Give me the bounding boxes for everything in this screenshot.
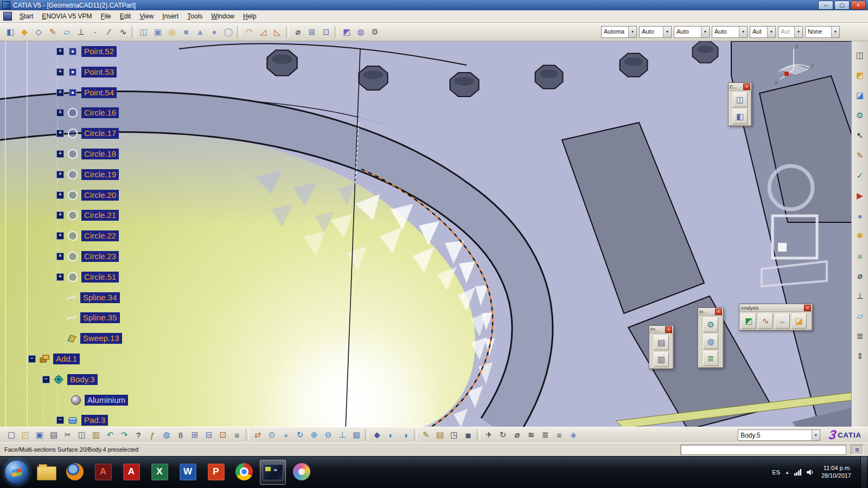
expand-plus-icon[interactable]: + xyxy=(56,211,64,219)
turn-head-icon[interactable]: ↻ xyxy=(496,428,510,442)
collapse-minus-icon[interactable]: − xyxy=(56,416,64,424)
normal-view-icon[interactable]: ⊥ xyxy=(335,428,349,442)
tree-item-label[interactable]: Pad.3 xyxy=(81,415,108,426)
axis-display-combo[interactable]: None▾ xyxy=(805,26,840,38)
open-icon[interactable]: ◰ xyxy=(18,428,33,442)
3d-viewport[interactable]: z y x xyxy=(0,41,852,427)
green-pattern-icon[interactable]: ≡ xyxy=(853,249,866,262)
gear-icon[interactable]: ⚙ xyxy=(853,109,866,122)
cylinder-icon[interactable]: ◎ xyxy=(165,25,179,39)
insert-tree-icon[interactable]: ≣ xyxy=(703,351,718,366)
undo-icon[interactable]: ↶ xyxy=(103,428,117,442)
fly-icon[interactable]: ✈ xyxy=(482,428,496,442)
collapse-minus-icon[interactable]: − xyxy=(42,376,50,383)
tree-item-circle-23[interactable]: +Circle.23 xyxy=(56,249,119,264)
new-document-icon[interactable]: ▢ xyxy=(4,428,18,442)
snap-icon[interactable]: ⊡ xyxy=(319,25,333,39)
chevron-down-icon[interactable]: ▾ xyxy=(794,27,802,37)
chevron-down-icon[interactable]: ▾ xyxy=(812,430,820,440)
expand-plus-icon[interactable]: + xyxy=(56,253,64,260)
tree-item-label[interactable]: Add.1 xyxy=(53,354,80,364)
close-icon[interactable]: × xyxy=(804,305,811,311)
print-3d-icon[interactable]: ◳ xyxy=(447,428,461,442)
tree-item-label[interactable]: Spline.35 xyxy=(80,312,120,323)
palette-pr[interactable]: Pr...× ▤▥ xyxy=(649,325,674,369)
palette-c-icon-1[interactable]: ◫ xyxy=(732,92,748,107)
show-desktop-button[interactable] xyxy=(860,457,867,488)
chevron-down-icon[interactable]: ▾ xyxy=(701,27,709,37)
sketcher-icon[interactable]: ✎ xyxy=(46,25,60,39)
redo-icon[interactable]: ↷ xyxy=(117,428,131,442)
menu-tools[interactable]: Tools xyxy=(183,11,207,21)
tree-item-label[interactable]: Circle.19 xyxy=(81,169,119,180)
menu-view[interactable]: View xyxy=(135,11,158,21)
tree-item-label[interactable]: Circle.20 xyxy=(81,190,119,201)
fillet-icon[interactable]: ◠ xyxy=(242,25,256,39)
axis-system-icon[interactable]: ⊥ xyxy=(74,25,88,39)
palette-pr-icon-2[interactable]: ▥ xyxy=(654,352,669,367)
tile-windows-icon[interactable]: ◫ xyxy=(853,49,866,62)
open-catalog-icon[interactable]: ◧ xyxy=(3,25,17,39)
cut-icon[interactable]: ✂ xyxy=(61,428,75,442)
copy-icon[interactable]: ◫ xyxy=(75,428,89,442)
gold-surface-icon[interactable]: ◩ xyxy=(853,69,866,82)
tree-item-circle-20[interactable]: +Circle.20 xyxy=(56,188,119,202)
tree-item-label[interactable]: Circle.17 xyxy=(81,128,119,139)
palette-analysis[interactable]: Analysis× ◩∿⇔◪ xyxy=(739,304,813,331)
expand-plus-icon[interactable]: + xyxy=(56,89,64,97)
close-icon[interactable]: × xyxy=(665,326,672,333)
tree-item-aluminium[interactable]: Aluminium xyxy=(71,393,128,407)
tree-item-pad-3[interactable]: −Pad.3 xyxy=(56,413,108,427)
zoom-out-icon[interactable]: ⊖ xyxy=(321,428,335,442)
tree-item-label[interactable]: Point.54 xyxy=(81,87,117,98)
chamfer-icon[interactable]: ◿ xyxy=(256,25,270,39)
list-icon[interactable]: ≣ xyxy=(853,330,866,343)
shaded-cube-icon[interactable]: ◆ xyxy=(17,25,31,39)
gold-gear-icon[interactable]: ✱ xyxy=(853,229,866,242)
shaft-icon[interactable]: ◯ xyxy=(221,25,235,39)
power-input[interactable] xyxy=(680,445,846,455)
fx-icon[interactable]: ƒ xyxy=(145,428,159,442)
line-icon[interactable]: ∕ xyxy=(102,25,116,39)
tree-item-point-52[interactable]: +Point.52 xyxy=(56,44,117,59)
power-input-toggle[interactable]: ≣ xyxy=(851,445,864,455)
menu-edit[interactable]: Edit xyxy=(116,11,136,21)
expand-plus-icon[interactable]: + xyxy=(56,150,64,158)
update-mode-combo[interactable]: Automa▾ xyxy=(601,26,637,38)
fit-all-icon[interactable]: ⊙ xyxy=(265,428,279,442)
grid-icon[interactable]: ⊞ xyxy=(305,25,319,39)
taskbar-excel[interactable]: X xyxy=(147,460,172,484)
tree-item-label[interactable]: Aluminium xyxy=(85,395,128,406)
tree-item-label[interactable]: Circle.23 xyxy=(81,251,119,262)
pan-icon[interactable]: + xyxy=(279,428,293,442)
hide-show-icon[interactable]: ◐ xyxy=(384,428,398,442)
palette-pr-icon-1[interactable]: ▤ xyxy=(654,335,669,350)
chevron-down-icon[interactable]: ▾ xyxy=(767,27,775,37)
layers-icon[interactable]: ≡ xyxy=(552,428,566,442)
swap-space-icon[interactable]: ◑ xyxy=(398,428,412,442)
tree-item-label[interactable]: Point.53 xyxy=(81,67,117,78)
language-indicator[interactable]: ES xyxy=(772,469,780,476)
expand-plus-icon[interactable]: + xyxy=(56,191,64,199)
taskbar-media-red[interactable]: P xyxy=(203,460,228,484)
save-icon[interactable]: ▣ xyxy=(33,428,47,442)
hidden-icons-chevron[interactable]: ▲ xyxy=(785,470,789,475)
wireframe-cube-icon[interactable]: ◇ xyxy=(31,25,46,39)
pocket-icon[interactable]: ▲ xyxy=(193,25,207,39)
start-button[interactable] xyxy=(4,460,29,485)
expand-plus-icon[interactable]: + xyxy=(56,68,64,76)
tree-item-circle-51[interactable]: +Circle.51 xyxy=(56,270,119,284)
tree-item-spline-35[interactable]: Spline.35 xyxy=(66,311,120,325)
gear-icon[interactable]: ⚙ xyxy=(368,25,382,39)
curvature-analysis-icon[interactable]: ∿ xyxy=(758,313,773,329)
menu-help[interactable]: Help xyxy=(239,11,261,21)
view-mode-combo-3[interactable]: Auto▾ xyxy=(712,26,748,38)
plane-icon[interactable]: ▱ xyxy=(853,310,866,323)
menu-insert[interactable]: Insert xyxy=(158,11,183,21)
tree-item-circle-17[interactable]: +Circle.17 xyxy=(56,126,119,140)
tree-item-sweep-13[interactable]: Sweep.13 xyxy=(66,331,122,345)
taskbar-word[interactable]: W xyxy=(175,460,200,484)
print-icon[interactable]: ▤ xyxy=(47,428,61,442)
spline-icon[interactable]: ∿ xyxy=(116,25,130,39)
menu-file[interactable]: File xyxy=(96,11,115,21)
